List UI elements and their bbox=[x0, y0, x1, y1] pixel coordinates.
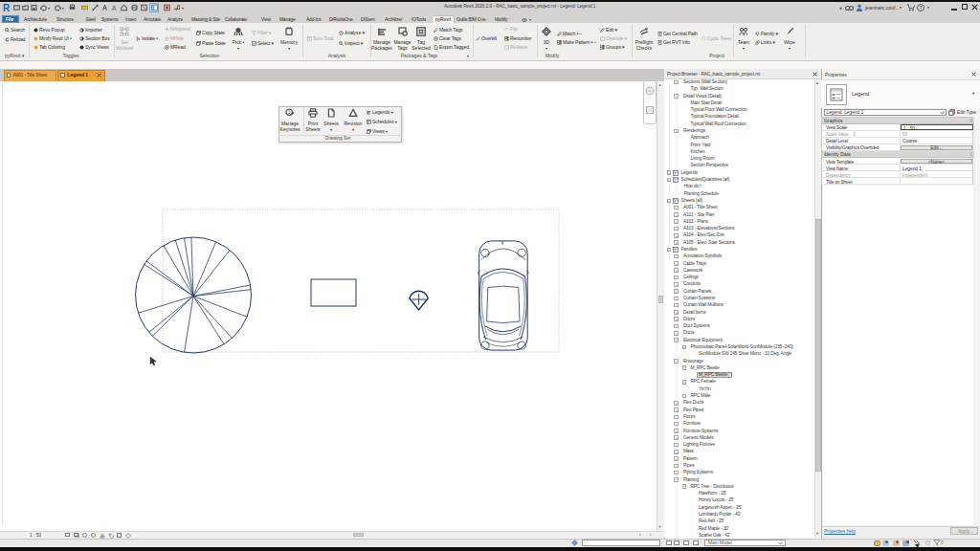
svg-text:A: A bbox=[112, 5, 117, 11]
svg-text:1: 1 bbox=[288, 110, 291, 115]
